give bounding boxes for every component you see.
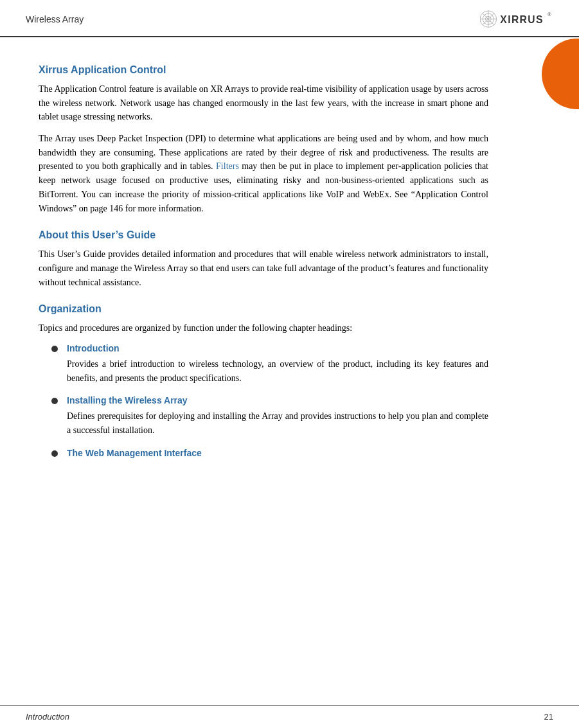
svg-text:®: ®	[548, 12, 551, 17]
section-app-control: Xirrus Application Control The Applicati…	[39, 64, 488, 215]
section-users-guide: About this User’s Guide This User’s Guid…	[39, 229, 488, 289]
footer-section-label: Introduction	[26, 712, 69, 722]
organization-bullet-list: Introduction Provides a brief introducti…	[51, 343, 488, 462]
bullet-desc-introduction: Provides a brief introduction to wireles…	[67, 357, 488, 385]
xirrus-logo-icon: XIRRUS ®	[480, 9, 553, 30]
bullet-content-installing: Installing the Wireless Array Defines pr…	[67, 395, 488, 437]
section-users-guide-para1: This User’s Guide provides detailed info…	[39, 247, 488, 289]
decorative-circle	[542, 39, 579, 109]
bullet-content-web-mgmt: The Web Management Interface	[67, 448, 488, 462]
section-organization: Organization Topics and procedures are o…	[39, 303, 488, 461]
section-organization-para1: Topics and procedures are organized by f…	[39, 321, 488, 335]
page-header: Wireless Array XIRRUS ®	[0, 0, 579, 37]
bullet-desc-installing: Defines prerequisites for deploying and …	[67, 409, 488, 437]
main-content: Xirrus Application Control The Applicati…	[0, 37, 527, 485]
section-users-guide-title: About this User’s Guide	[39, 229, 488, 241]
bullet-title-installing: Installing the Wireless Array	[67, 395, 488, 405]
logo-container: XIRRUS ®	[480, 9, 553, 30]
bullet-title-web-mgmt: The Web Management Interface	[67, 448, 488, 458]
bullet-content-introduction: Introduction Provides a brief introducti…	[67, 343, 488, 385]
section-organization-title: Organization	[39, 303, 488, 315]
section-app-control-title: Xirrus Application Control	[39, 64, 488, 76]
bullet-item-introduction: Introduction Provides a brief introducti…	[51, 343, 488, 385]
section-app-control-para1: The Application Control feature is avail…	[39, 82, 488, 124]
bullet-dot-web-mgmt	[51, 450, 58, 457]
bullet-dot-introduction	[51, 346, 58, 352]
footer-page-number: 21	[544, 712, 553, 722]
bullet-dot-installing	[51, 398, 58, 404]
header-title: Wireless Array	[26, 14, 84, 24]
svg-text:XIRRUS: XIRRUS	[501, 14, 544, 25]
page-footer: Introduction 21	[0, 705, 579, 728]
bullet-item-web-mgmt: The Web Management Interface	[51, 448, 488, 462]
bullet-item-installing: Installing the Wireless Array Defines pr…	[51, 395, 488, 437]
filters-link[interactable]: Filters	[216, 161, 239, 171]
page-container: Wireless Array XIRRUS ®	[0, 0, 579, 728]
section-app-control-para2: The Array uses Deep Packet Inspection (D…	[39, 132, 488, 215]
bullet-title-introduction: Introduction	[67, 343, 488, 353]
